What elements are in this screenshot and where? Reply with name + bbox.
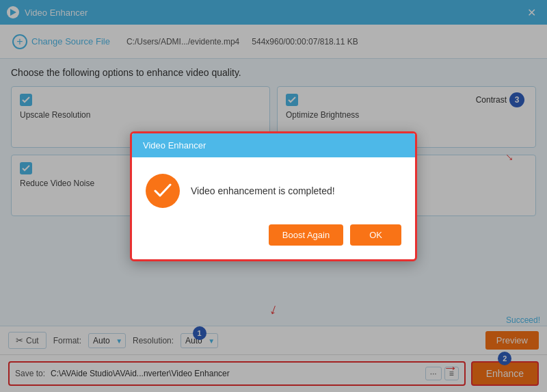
modal-message: Video enhancement is completed! [191, 185, 335, 196]
modal-overlay: Video Enhancer Video enhancement is comp… [0, 0, 547, 392]
modal-footer: Boost Again OK [132, 224, 415, 259]
modal-title: Video Enhancer [143, 140, 206, 151]
modal-dialog: Video Enhancer Video enhancement is comp… [130, 131, 417, 261]
ok-button[interactable]: OK [350, 224, 401, 246]
boost-again-button[interactable]: Boost Again [269, 224, 343, 246]
modal-header: Video Enhancer [132, 133, 415, 157]
modal-body: Video enhancement is completed! [132, 157, 415, 224]
success-icon [146, 174, 180, 208]
